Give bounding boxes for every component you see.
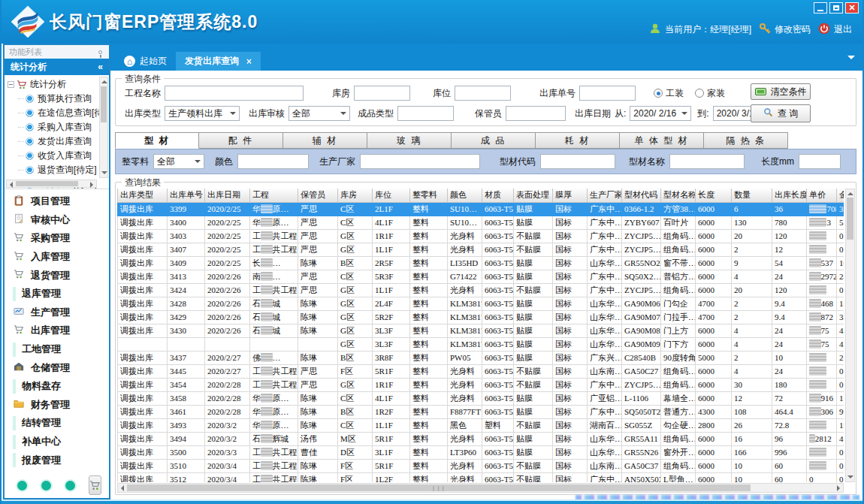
table-row[interactable]: 调拨出库34612020/2/28华██原…陈琳B区1R2F整料F8877FT6… <box>118 405 844 418</box>
module-item[interactable]: 项目管理 <box>5 192 109 211</box>
module-item[interactable]: 退货管理 <box>5 266 109 285</box>
table-header-cell[interactable]: 出库单号 <box>168 189 205 202</box>
table-row[interactable]: 调拨出库34132020/2/26南██…严思C区5R3F整料G71422606… <box>118 270 844 283</box>
table-row[interactable]: 调拨出库34942020/3/2石██辉城汤伟M区5R1F整料光身料6063-T… <box>118 432 844 445</box>
date-from-select[interactable]: 2020/ 2/16 <box>630 106 691 121</box>
maximize-button[interactable] <box>829 2 843 14</box>
module-item[interactable]: 采购管理 <box>5 229 109 248</box>
module-item[interactable]: 仓储管理 <box>5 358 109 377</box>
table-header-cell[interactable]: 型材代码 <box>622 189 661 202</box>
module-item[interactable]: 财务管理 <box>5 396 109 415</box>
module-item[interactable]: 审核中心 <box>5 211 109 230</box>
table-header-cell[interactable]: 颜色 <box>448 189 482 202</box>
table-header-cell[interactable]: 库位 <box>373 189 410 202</box>
table-header-cell[interactable]: 保管员 <box>298 189 338 202</box>
table-header-cell[interactable]: 出库长度 <box>772 189 807 202</box>
table-header-cell[interactable]: 长度 <box>696 189 732 202</box>
change-password-button[interactable]: 修改密码 <box>759 23 811 37</box>
table-row[interactable]: 调拨出库34282020/2/26石██城陈琳G区2L4F整料KLM381760… <box>118 297 844 310</box>
table-row[interactable]: 调拨出库34932020/3/2华██原…陈琳C区1L1F整料黑色塑料不贴膜国标… <box>118 418 844 432</box>
tab-shipment-query[interactable]: 发货出库查询 × <box>176 52 261 71</box>
table-row[interactable]: 调拨出库34032020/2/25工██共工程严思G区1R1F整料光身料6063… <box>118 229 844 243</box>
tree-expander-icon[interactable] <box>8 81 14 88</box>
order-no-input[interactable] <box>579 86 636 101</box>
material-tab[interactable]: 成 品 <box>452 132 536 149</box>
module-item[interactable]: 入库管理 <box>5 248 109 267</box>
module-circle-icon[interactable] <box>17 481 27 490</box>
sidebar-group-header[interactable]: 统计分析 « <box>5 59 109 75</box>
table-row[interactable]: 调拨出库34242020/2/26工██共工程严思G区1L1F整料光身料6063… <box>118 283 844 297</box>
tree-horizontal-scrollbar[interactable] <box>6 180 97 188</box>
tree-vertical-scrollbar[interactable] <box>99 77 108 178</box>
jiazhuang-radio[interactable] <box>695 89 704 98</box>
table-row[interactable]: 调拨出库34002020/2/25华██原…严思C区4L1F整料SU10…606… <box>118 216 844 229</box>
module-item[interactable]: 退库管理 <box>5 285 109 303</box>
tree-item[interactable]: 收货入库查询 <box>8 149 109 163</box>
material-tab[interactable]: 配 件 <box>199 132 283 149</box>
table-row[interactable]: 调拨出库34072020/2/25工██共工程严思G区1L1F整料光身料6063… <box>118 243 844 256</box>
audit-select[interactable]: 全部 <box>289 106 350 121</box>
profile-name-input[interactable] <box>669 154 745 169</box>
table-row[interactable]: 调拨出库34452020/2/27工██共工程严思F区5R1F整料光身料6063… <box>118 364 844 378</box>
module-item[interactable]: 物料盘存 <box>5 377 109 396</box>
material-tab[interactable]: 辅 材 <box>283 132 367 149</box>
table-row[interactable]: 调拨出库34542020/2/28工██共工程严思G区1R1F整料光身料6063… <box>118 378 844 391</box>
table-header-cell[interactable]: 出库类型 <box>118 189 168 202</box>
table-row[interactable]: 调拨出库34582020/2/28华██原…陈琳C区4L1F整料光身料6063-… <box>118 391 844 405</box>
tree-item[interactable]: 预算执行查询 <box>8 92 109 106</box>
manufacturer-input[interactable] <box>360 154 480 169</box>
table-header-cell[interactable]: 表面处理 <box>514 189 553 202</box>
tree-item[interactable]: 在途信息查询[待 <box>8 106 109 120</box>
results-horizontal-scrollbar[interactable]: | | | <box>117 483 844 493</box>
color-input[interactable] <box>237 154 309 169</box>
tab-close-icon[interactable]: × <box>246 56 252 67</box>
pin-icon[interactable] <box>98 50 102 54</box>
table-header-cell[interactable]: 工程 <box>250 189 298 202</box>
table-header-cell[interactable]: 数量 <box>732 189 772 202</box>
table-row[interactable]: 调拨出库34372020/2/27佛██…陈琳B区3R8F整料PW056063-… <box>118 351 844 364</box>
table-header-cell[interactable]: 膜厚 <box>553 189 588 202</box>
module-circle-icon[interactable] <box>41 481 51 490</box>
profile-code-input[interactable] <box>540 154 615 169</box>
tree-root[interactable]: 统计分析 <box>8 77 109 92</box>
whole-piece-select[interactable]: 全部 <box>153 154 204 169</box>
table-row[interactable]: 调拨出库35102020/3/4工██共工程陈琳F区5R1F整料光身料6063-… <box>118 459 844 472</box>
product-type-input[interactable] <box>397 106 454 121</box>
table-row[interactable]: 调拨出库34302020/2/26石██城陈琳G区3L3F整料KLM381760… <box>118 324 844 337</box>
minimize-button[interactable] <box>814 2 827 14</box>
logout-button[interactable]: 退出 <box>818 23 852 37</box>
table-header-cell[interactable]: 整零料 <box>410 189 448 202</box>
material-tab[interactable]: 型 材 <box>115 132 199 149</box>
location-input[interactable] <box>455 86 511 101</box>
collapse-icon[interactable]: « <box>98 62 103 72</box>
material-tab[interactable]: 单 体 型 材 <box>620 132 704 149</box>
cart-module-button[interactable] <box>89 475 101 495</box>
material-tab[interactable]: 玻 璃 <box>367 132 452 149</box>
tab-home[interactable]: ⌂ 起始页 <box>115 52 176 71</box>
table-row[interactable]: 调拨出库35122020/3/4工██共工程陈琳F区1L2F整料光身料6063-… <box>118 472 844 482</box>
table-row[interactable]: 调拨出库34292020/2/26石██城陈琳G区5R2F整料KLM381760… <box>118 310 844 324</box>
module-item[interactable]: 报废管理 <box>5 451 109 469</box>
table-header-cell[interactable]: 单价 <box>807 189 837 202</box>
table-row[interactable]: 调拨出库35002020/3/3工██共工程曹佳D区3L1F整料LT3P6060… <box>118 445 844 459</box>
search-button[interactable]: 查 询 <box>751 104 811 122</box>
module-item[interactable]: 出库管理 <box>5 321 109 340</box>
length-input[interactable] <box>799 154 841 169</box>
gongzhuang-radio[interactable] <box>654 89 663 98</box>
warehouse-input[interactable] <box>354 86 410 101</box>
table-header-cell[interactable]: 库房 <box>338 189 373 202</box>
module-item[interactable]: 工地管理 <box>5 340 109 359</box>
tab-dropdown-icon[interactable] <box>847 56 855 63</box>
table-row[interactable]: G区3L3F整料KLM38176063-T5贴膜国标山东华…GA90M09.门下… <box>118 337 844 351</box>
outbound-type-select[interactable]: 生产领料出库 <box>165 106 240 121</box>
table-header-cell[interactable]: 生产厂家 <box>588 189 622 202</box>
module-item[interactable]: 结转管理 <box>5 414 109 433</box>
keeper-input[interactable] <box>506 106 566 121</box>
close-button[interactable]: ✕ <box>845 2 859 14</box>
material-tab[interactable]: 隔 热 条 <box>704 132 788 149</box>
module-item[interactable]: 生产管理 <box>5 303 109 322</box>
tree-item[interactable]: 发货出库查询 <box>8 134 109 149</box>
table-row[interactable]: 调拨出库33992020/2/25华██原…严思C区2L1F整料SU10…606… <box>118 202 844 216</box>
table-header-cell[interactable]: 材质 <box>482 189 514 202</box>
table-header-cell[interactable]: 型材名称 <box>661 189 696 202</box>
